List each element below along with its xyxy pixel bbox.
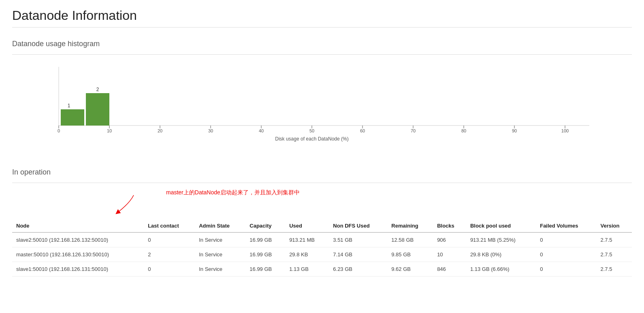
node-cell: slave2:50010 (192.168.126.132:50010) (12, 232, 144, 247)
used-cell: 29.8 KB (285, 247, 329, 262)
in-operation-title: In operation (12, 168, 632, 177)
svg-text:80: 80 (461, 128, 466, 133)
col-capacity: Capacity (245, 219, 285, 232)
table-row: slave1:50010 (192.168.126.131:50010)0In … (12, 262, 632, 277)
version-cell: 2.7.5 (597, 247, 632, 262)
failed-volumes-cell: 0 (536, 262, 596, 277)
svg-text:40: 40 (259, 128, 264, 133)
node-cell: master:50010 (192.168.126.130:50010) (12, 247, 144, 262)
remaining-cell: 9.62 GB (387, 262, 433, 277)
col-node: Node (12, 219, 144, 232)
used-cell: 913.21 MB (285, 232, 329, 247)
block-pool-used-cell: 29.8 KB (0%) (466, 247, 536, 262)
col-version: Version (597, 219, 632, 232)
block-pool-used-cell: 913.21 MB (5.25%) (466, 232, 536, 247)
annotation-arrow (109, 193, 158, 215)
svg-text:60: 60 (360, 128, 365, 133)
non-dfs-used-cell: 6.23 GB (329, 262, 387, 277)
in-operation-section: In operation master上的DataNode启动起来了，并且加入到… (12, 168, 632, 277)
admin-state-cell: In Service (195, 247, 245, 262)
capacity-cell: 16.99 GB (245, 247, 285, 262)
histogram-section: Datanode usage histogram 1 2 0 10 20 30 … (12, 40, 632, 152)
col-blocks: Blocks (433, 219, 466, 232)
non-dfs-used-cell: 3.51 GB (329, 232, 387, 247)
last-contact-cell: 0 (144, 262, 195, 277)
svg-text:30: 30 (208, 128, 213, 133)
histogram-svg: 1 2 0 10 20 30 40 50 60 70 80 90 100 (12, 63, 632, 144)
table-body: slave2:50010 (192.168.126.132:50010)0In … (12, 232, 632, 277)
remaining-cell: 12.58 GB (387, 232, 433, 247)
table-row: master:50010 (192.168.126.130:50010)2In … (12, 247, 632, 262)
col-block-pool-used: Block pool used (466, 219, 536, 232)
capacity-cell: 16.99 GB (245, 262, 285, 277)
col-remaining: Remaining (387, 219, 433, 232)
svg-text:0: 0 (58, 128, 60, 133)
capacity-cell: 16.99 GB (245, 232, 285, 247)
bar-2 (86, 93, 109, 126)
svg-text:20: 20 (158, 128, 162, 133)
blocks-cell: 906 (433, 232, 466, 247)
svg-text:Disk usage of each DataNode (%: Disk usage of each DataNode (%) (275, 136, 348, 142)
admin-state-cell: In Service (195, 262, 245, 277)
title-divider (12, 27, 632, 28)
used-cell: 1.13 GB (285, 262, 329, 277)
annotation-container: master上的DataNode启动起来了，并且加入到集群中 (12, 191, 632, 215)
svg-text:1: 1 (68, 103, 70, 109)
svg-text:50: 50 (309, 128, 314, 133)
svg-text:10: 10 (107, 128, 112, 133)
col-non-dfs-used: Non DFS Used (329, 219, 387, 232)
col-used: Used (285, 219, 329, 232)
datanode-table: Node Last contact Admin State Capacity U… (12, 219, 632, 277)
bar-1 (61, 109, 84, 126)
failed-volumes-cell: 0 (536, 232, 596, 247)
blocks-cell: 846 (433, 262, 466, 277)
page-title: Datanode Information (12, 8, 632, 23)
svg-text:90: 90 (512, 128, 517, 133)
version-cell: 2.7.5 (597, 232, 632, 247)
failed-volumes-cell: 0 (536, 247, 596, 262)
histogram-divider (12, 54, 632, 55)
histogram-title: Datanode usage histogram (12, 40, 632, 48)
col-last-contact: Last contact (144, 219, 195, 232)
table-header: Node Last contact Admin State Capacity U… (12, 219, 632, 232)
annotation-text: master上的DataNode启动起来了，并且加入到集群中 (166, 189, 300, 196)
histogram-chart: 1 2 0 10 20 30 40 50 60 70 80 90 100 (12, 63, 632, 152)
col-failed-volumes: Failed Volumes (536, 219, 596, 232)
block-pool-used-cell: 1.13 GB (6.66%) (466, 262, 536, 277)
in-operation-divider (12, 183, 632, 183)
last-contact-cell: 2 (144, 247, 195, 262)
col-admin-state: Admin State (195, 219, 245, 232)
last-contact-cell: 0 (144, 232, 195, 247)
non-dfs-used-cell: 7.14 GB (329, 247, 387, 262)
blocks-cell: 10 (433, 247, 466, 262)
remaining-cell: 9.85 GB (387, 247, 433, 262)
admin-state-cell: In Service (195, 232, 245, 247)
node-cell: slave1:50010 (192.168.126.131:50010) (12, 262, 144, 277)
version-cell: 2.7.5 (597, 262, 632, 277)
table-row: slave2:50010 (192.168.126.132:50010)0In … (12, 232, 632, 247)
svg-text:70: 70 (411, 128, 416, 133)
svg-text:100: 100 (561, 128, 569, 133)
header-row: Node Last contact Admin State Capacity U… (12, 219, 632, 232)
svg-text:2: 2 (96, 87, 99, 92)
